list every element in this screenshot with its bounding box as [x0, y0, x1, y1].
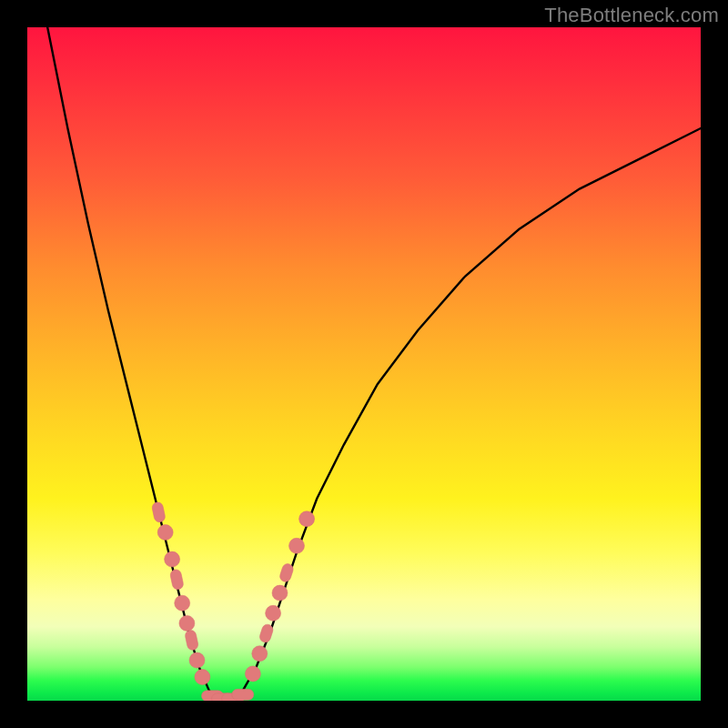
data-point — [169, 569, 184, 591]
data-point — [157, 525, 173, 541]
data-point — [179, 615, 195, 631]
plot-area — [27, 27, 701, 701]
data-point — [189, 652, 205, 668]
chart-frame: TheBottleneck.com — [0, 0, 728, 728]
data-point — [252, 646, 268, 662]
data-point — [151, 501, 166, 523]
data-point — [184, 629, 198, 651]
data-point — [165, 551, 180, 567]
watermark-text: TheBottleneck.com — [544, 4, 719, 27]
bottleneck-curve — [47, 27, 701, 701]
curve-layer — [27, 27, 701, 701]
data-point — [299, 511, 315, 527]
data-point — [272, 585, 288, 601]
marker-group — [151, 501, 314, 701]
data-point — [266, 605, 281, 621]
data-point — [175, 595, 190, 611]
data-point — [195, 670, 210, 685]
data-point — [232, 689, 254, 700]
data-point — [289, 538, 305, 553]
data-point — [245, 666, 260, 682]
